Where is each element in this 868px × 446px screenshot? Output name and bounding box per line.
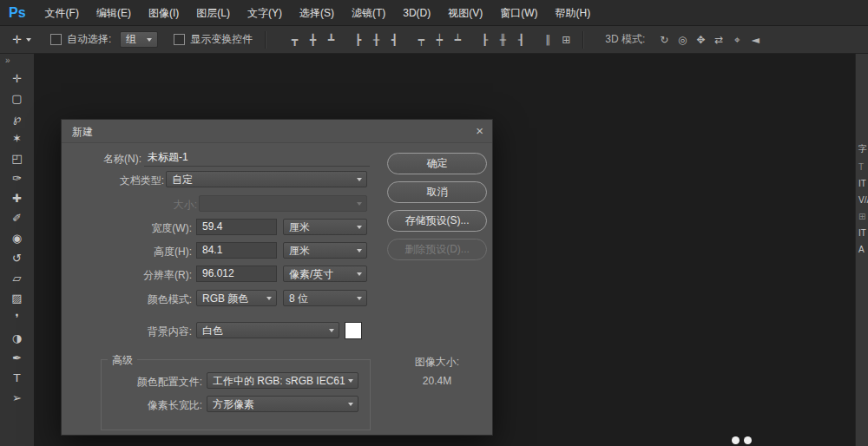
eraser-tool-button[interactable]: ▱	[0, 268, 34, 288]
quick-selection-tool-button[interactable]: ✶	[0, 128, 34, 148]
distribute-horizontal-centers-icon[interactable]: ╫	[495, 34, 510, 46]
menu-select[interactable]: 选择(S)	[291, 0, 343, 26]
color-mode-select[interactable]: RGB 颜色	[196, 290, 277, 306]
resolution-unit-select[interactable]: 像素/英寸	[283, 266, 367, 282]
image-size-label: 图像大小:	[387, 355, 487, 370]
type-tool-button[interactable]: T	[0, 368, 34, 388]
width-unit-select[interactable]: 厘米	[283, 219, 367, 235]
height-value: 84.1	[202, 244, 222, 256]
baseline-icon[interactable]: A	[858, 245, 868, 254]
3d-roll-camera-icon[interactable]: ◎	[674, 34, 690, 46]
3d-slide-camera-icon[interactable]: ⇄	[711, 34, 727, 46]
height-unit-select[interactable]: 厘米	[283, 242, 367, 259]
chevron-down-icon	[348, 403, 353, 406]
path-selection-tool-button[interactable]: ➢	[0, 388, 34, 408]
dialog-titlebar[interactable]	[62, 120, 492, 143]
ok-button[interactable]: 确定	[387, 153, 487, 174]
auto-align-layers-icon[interactable]: ⊞	[558, 34, 574, 46]
chevron-down-icon	[357, 297, 362, 300]
history-brush-tool-button[interactable]: ↺	[0, 248, 34, 268]
width-input[interactable]: 59.4	[196, 219, 277, 235]
rectangular-marquee-tool-button[interactable]: ▢	[0, 89, 34, 108]
advanced-label: 高级	[108, 353, 137, 368]
menu-type[interactable]: 文字(Y)	[239, 0, 291, 26]
distribute-vertical-centers-icon[interactable]: ┿	[431, 34, 447, 46]
name-value: 未标题-1	[144, 151, 188, 163]
color-profile-select[interactable]: 工作中的 RGB: sRGB IEC619...	[207, 372, 358, 389]
align-right-edges-icon[interactable]: ┫	[386, 34, 402, 46]
collapse-panel-icon[interactable]: »	[0, 54, 34, 69]
color-mode-value: RGB 颜色	[202, 292, 248, 305]
3d-scale-camera-icon[interactable]: ⌖	[729, 34, 745, 46]
background-select[interactable]: 白色	[196, 322, 339, 338]
distribute-horizontal-group: ┠ ╫ ┨	[477, 34, 529, 46]
gradient-tool-button[interactable]: ▨	[0, 288, 34, 308]
kerning-icon[interactable]: V/A	[858, 195, 868, 205]
scale-icon[interactable]: ⊞	[858, 212, 868, 221]
chevron-down-icon	[26, 38, 31, 42]
menu-layer[interactable]: 图层(L)	[187, 0, 239, 26]
document-type-select[interactable]: 自定	[166, 171, 367, 187]
pixel-aspect-select[interactable]: 方形像素	[207, 396, 358, 412]
brush-tool-button[interactable]: ✐	[0, 208, 34, 228]
align-bottom-edges-icon[interactable]: ┻	[323, 34, 339, 46]
distribute-bottom-edges-icon[interactable]: ┷	[450, 34, 465, 46]
name-input[interactable]: 未标题-1	[144, 150, 370, 167]
menu-view[interactable]: 视图(V)	[439, 0, 491, 26]
pen-tool-button[interactable]: ✒	[0, 348, 34, 368]
menu-3d[interactable]: 3D(D)	[394, 0, 439, 26]
photoshop-logo[interactable]: Ps	[9, 5, 26, 21]
chevron-down-icon	[357, 249, 362, 253]
chevron-down-icon	[357, 178, 362, 181]
align-top-edges-icon[interactable]: ┳	[286, 34, 302, 46]
menu-edit[interactable]: 编辑(E)	[88, 0, 140, 26]
distribute-top-edges-icon[interactable]: ┯	[413, 34, 429, 46]
character-panel-icon[interactable]: 字	[858, 143, 868, 155]
align-left-edges-icon[interactable]: ┣	[350, 34, 365, 46]
close-icon[interactable]: ×	[476, 123, 483, 138]
save-preset-button[interactable]: 存储预设(S)...	[387, 210, 487, 232]
eyedropper-tool-button[interactable]: ✑	[0, 168, 34, 188]
italic-icon[interactable]: IT	[858, 228, 868, 238]
bit-depth-select[interactable]: 8 位	[283, 290, 367, 306]
3d-pan-camera-icon[interactable]: ✥	[693, 34, 708, 46]
image-size-value: 20.4M	[387, 375, 487, 387]
italic-icon[interactable]: IT	[858, 179, 868, 188]
distribute-vertical-group: ┯ ┿ ┷	[413, 34, 465, 46]
movie-camera-icon[interactable]: ◄	[747, 34, 763, 46]
auto-select-target-select[interactable]: 组	[120, 31, 158, 48]
distribute-right-edges-icon[interactable]: ┨	[513, 34, 529, 46]
dodge-tool-button[interactable]: ◑	[0, 328, 34, 348]
menu-filter[interactable]: 滤镜(T)	[343, 0, 394, 26]
document-type-label: 文档类型:	[70, 173, 164, 188]
show-transform-checkbox[interactable]	[174, 34, 185, 45]
tool-preset-picker[interactable]: ✛	[12, 33, 31, 46]
resolution-input[interactable]: 96.012	[196, 266, 277, 282]
menu-help[interactable]: 帮助(H)	[547, 0, 600, 26]
crop-tool-button[interactable]: ◰	[0, 148, 34, 168]
type-style-icon[interactable]: T	[858, 162, 868, 172]
align-horizontal-centers-icon[interactable]: ╂	[368, 34, 384, 46]
width-unit-value: 厘米	[289, 220, 310, 234]
clone-stamp-tool-button[interactable]: ◉	[0, 228, 34, 248]
resolution-unit-value: 像素/英寸	[289, 267, 333, 281]
character-panel-edge: 字 T IT V/A ⊞ IT A	[855, 54, 868, 446]
blur-tool-button[interactable]: ❜	[0, 308, 34, 328]
move-tool-button[interactable]: ✛	[0, 69, 34, 89]
lasso-tool-button[interactable]: ℘	[0, 108, 34, 128]
background-color-swatch[interactable]	[345, 322, 362, 339]
healing-brush-tool-button[interactable]: ✚	[0, 188, 34, 208]
cancel-button[interactable]: 取消	[387, 181, 487, 203]
height-input[interactable]: 84.1	[196, 242, 277, 259]
distribute-spacing-icon[interactable]: ‖	[540, 34, 556, 46]
auto-select-checkbox[interactable]	[50, 34, 62, 45]
menu-window[interactable]: 窗口(W)	[491, 0, 546, 26]
menu-file[interactable]: 文件(F)	[36, 0, 88, 26]
height-label: 高度(H):	[70, 244, 192, 259]
chevron-down-icon	[357, 272, 362, 276]
align-vertical-centers-icon[interactable]: ╋	[305, 34, 320, 46]
distribute-left-edges-icon[interactable]: ┠	[477, 34, 492, 46]
3d-rotate-camera-icon[interactable]: ↻	[656, 34, 672, 46]
menu-image[interactable]: 图像(I)	[140, 0, 187, 26]
new-document-dialog: 新建 × 名称(N): 未标题-1 文档类型: 自定 大小: 宽度(W): 59…	[61, 119, 493, 436]
